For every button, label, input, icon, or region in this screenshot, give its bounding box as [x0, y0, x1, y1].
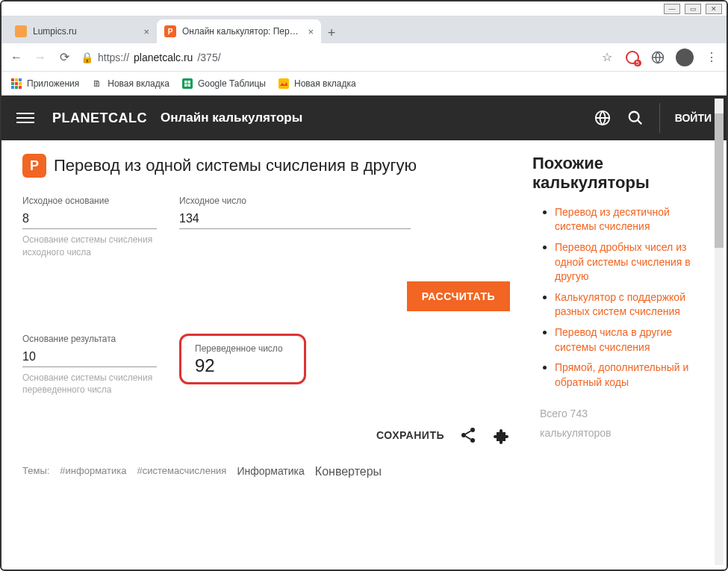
list-item: Перевод из десятичной системы счисления [555, 205, 712, 234]
browser-tab[interactable]: Lumpics.ru × [7, 19, 157, 43]
minimize-button[interactable]: — [664, 4, 680, 14]
share-icon[interactable] [459, 426, 477, 444]
result-value: 92 [195, 355, 290, 376]
tab-title: Lumpics.ru [33, 26, 137, 37]
close-icon[interactable]: × [143, 26, 149, 37]
bookmarks-bar: Приложения 🗎 Новая вкладка Google Таблиц… [1, 72, 727, 96]
bookmark-label: Новая вкладка [294, 78, 356, 89]
scrollbar-thumb[interactable] [715, 113, 724, 248]
favicon-icon [15, 25, 27, 37]
category-link[interactable]: Информатика [237, 465, 304, 478]
image-icon [278, 78, 290, 90]
menu-icon[interactable]: ⋮ [704, 50, 719, 65]
browser-tab-active[interactable]: P Онлайн калькулятор: Перевод × [157, 19, 321, 43]
svg-rect-9 [15, 86, 18, 89]
forward-button[interactable]: → [33, 50, 48, 65]
tag-link[interactable]: #информатика [60, 465, 126, 478]
tags-label: Темы: [22, 465, 49, 478]
window-titlebar: — ▭ ✕ [1, 1, 727, 16]
plugin-icon[interactable] [492, 426, 510, 444]
brand-logo[interactable]: PLANETCALC [52, 110, 147, 126]
url-field[interactable]: 🔒 https://planetcalc.ru/375/ [81, 52, 591, 63]
field-help: Основание системы счисления исходного чи… [22, 234, 157, 259]
login-button[interactable]: ВОЙТИ [659, 103, 712, 133]
back-button[interactable]: ← [9, 50, 24, 65]
lock-icon: 🔒 [81, 52, 93, 63]
svg-rect-15 [279, 78, 289, 89]
card-actions: СОХРАНИТЬ [22, 426, 517, 444]
result-row: Основание результата Основание системы с… [22, 334, 517, 397]
field-result-base: Основание результата Основание системы с… [22, 334, 157, 397]
sidebar-heading: Похожие калькуляторы [532, 154, 712, 193]
total-count: Всего 743 калькуляторов [532, 405, 712, 442]
result-box: Переведенное число 92 [179, 334, 306, 384]
list-item: Перевод числа в другие системы счисления [555, 325, 712, 355]
tab-title: Онлайн калькулятор: Перевод [182, 26, 302, 37]
close-window-button[interactable]: ✕ [706, 4, 722, 14]
profile-avatar[interactable] [676, 49, 694, 66]
svg-point-21 [470, 438, 475, 443]
new-tab-button[interactable]: + [321, 22, 342, 43]
svg-rect-3 [15, 78, 18, 81]
scrollbar-vertical[interactable] [715, 99, 724, 565]
main-column: P Перевод из одной системы счисления в д… [1, 140, 525, 570]
list-item: Прямой, дополнительный и обратный коды [555, 361, 712, 390]
list-item: Перевод дробных чисел из одной системы с… [555, 240, 712, 284]
extension-badge-icon[interactable]: 5 [625, 50, 640, 65]
address-bar: ← → ⟳ 🔒 https://planetcalc.ru/375/ ☆ 5 ⋮ [1, 43, 727, 72]
address-bar-actions: ☆ 5 ⋮ [600, 49, 719, 66]
badge-count: 5 [634, 60, 641, 66]
bookmark-item[interactable]: Google Таблицы [181, 78, 266, 90]
source-number-input[interactable] [179, 209, 411, 229]
svg-point-19 [470, 428, 475, 432]
save-button[interactable]: СОХРАНИТЬ [376, 429, 444, 441]
search-icon[interactable] [626, 109, 644, 127]
related-link[interactable]: Прямой, дополнительный и обратный коды [555, 361, 688, 388]
svg-rect-4 [19, 78, 22, 81]
source-base-input[interactable] [22, 209, 157, 229]
category-link[interactable]: Конвертеры [315, 465, 382, 478]
maximize-button[interactable]: ▭ [685, 4, 701, 14]
star-icon[interactable]: ☆ [600, 50, 615, 65]
field-label: Основание результата [22, 334, 157, 344]
list-item: Калькулятор с поддержкой разных систем с… [555, 290, 712, 319]
page-title-row: P Перевод из одной системы счисления в д… [22, 154, 517, 178]
page-title: Перевод из одной системы счисления в дру… [54, 156, 417, 175]
calculate-button[interactable]: РАССЧИТАТЬ [407, 281, 510, 311]
content: P Перевод из одной системы счисления в д… [1, 140, 727, 570]
bookmark-item[interactable]: Новая вкладка [278, 78, 356, 90]
bookmark-label: Google Таблицы [198, 78, 266, 89]
page-icon: P [22, 154, 46, 178]
svg-rect-5 [11, 82, 14, 85]
menu-button[interactable] [16, 109, 34, 127]
result-base-input[interactable] [22, 347, 157, 367]
svg-point-20 [461, 433, 466, 437]
header-subtitle: Онлайн калькуляторы [161, 110, 302, 125]
doc-icon: 🗎 [91, 78, 103, 90]
bookmark-label: Приложения [27, 78, 79, 89]
browser-tabstrip: Lumpics.ru × P Онлайн калькулятор: Перев… [1, 16, 727, 43]
field-source-number: Исходное число [179, 196, 411, 259]
tag-link[interactable]: #системасчисления [137, 465, 226, 478]
svg-rect-7 [19, 82, 22, 85]
related-link[interactable]: Перевод из десятичной системы счисления [555, 206, 670, 233]
bookmark-item[interactable]: 🗎 Новая вкладка [91, 78, 169, 90]
svg-point-17 [629, 112, 638, 122]
related-link[interactable]: Перевод дробных чисел из одной системы с… [555, 241, 691, 282]
sheets-icon [181, 78, 193, 90]
favicon-icon: P [164, 25, 176, 37]
svg-line-18 [637, 120, 641, 125]
related-link[interactable]: Калькулятор с поддержкой разных систем с… [555, 291, 685, 318]
sidebar: Похожие калькуляторы Перевод из десятичн… [525, 140, 727, 570]
reload-button[interactable]: ⟳ [57, 50, 72, 65]
url-domain: planetcalc.ru [134, 52, 193, 63]
result-label: Переведенное число [195, 343, 290, 354]
bookmark-apps[interactable]: Приложения [10, 78, 79, 90]
globe-icon[interactable] [650, 50, 665, 65]
url-path: /375/ [197, 52, 220, 63]
language-icon[interactable] [594, 109, 612, 127]
field-help: Основание системы счисления переведенног… [22, 372, 157, 397]
close-icon[interactable]: × [308, 26, 314, 37]
related-link[interactable]: Перевод числа в другие системы счисления [555, 326, 672, 353]
field-label: Исходное основание [22, 196, 157, 206]
